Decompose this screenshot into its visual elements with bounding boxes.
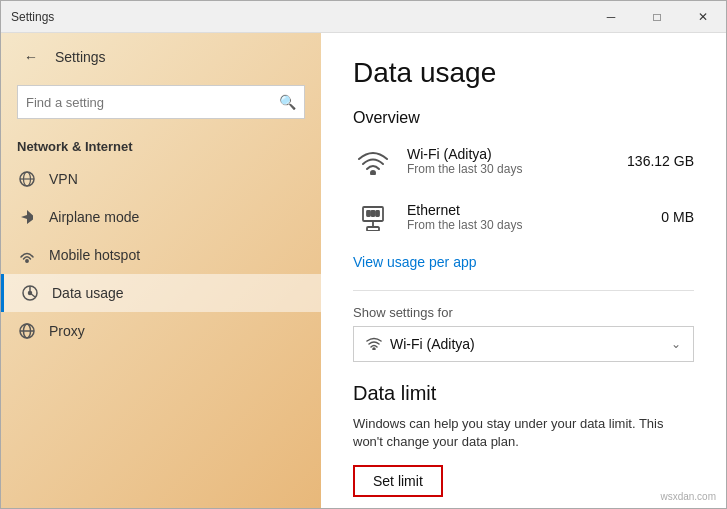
minimize-button[interactable]: ─ [588, 1, 634, 33]
ethernet-sub: From the last 30 days [407, 218, 647, 232]
sidebar-item-airplane-label: Airplane mode [49, 209, 139, 225]
ethernet-usage-info: Ethernet From the last 30 days [407, 202, 647, 232]
back-button[interactable]: ← [17, 43, 45, 71]
view-usage-link[interactable]: View usage per app [353, 254, 477, 270]
svg-rect-17 [376, 211, 379, 216]
sidebar-item-proxy[interactable]: Proxy [1, 312, 321, 350]
data-limit-title: Data limit [353, 382, 694, 405]
svg-point-7 [29, 292, 32, 295]
show-settings-label: Show settings for [353, 305, 694, 320]
page-title: Data usage [353, 57, 694, 89]
wifi-usage-info: Wi-Fi (Aditya) From the last 30 days [407, 146, 613, 176]
wifi-name: Wi-Fi (Aditya) [407, 146, 613, 162]
sidebar-section-title: Network & Internet [1, 131, 321, 160]
set-limit-button[interactable]: Set limit [353, 465, 443, 497]
hotspot-icon [17, 246, 37, 264]
sidebar-item-airplane[interactable]: Airplane mode [1, 198, 321, 236]
overview-section-title: Overview [353, 109, 694, 127]
maximize-button[interactable]: □ [634, 1, 680, 33]
sidebar-item-hotspot-label: Mobile hotspot [49, 247, 140, 263]
network-dropdown[interactable]: Wi-Fi (Aditya) ⌄ [353, 326, 694, 362]
sidebar-item-vpn[interactable]: VPN [1, 160, 321, 198]
search-input[interactable] [26, 95, 279, 110]
svg-rect-14 [367, 227, 379, 231]
data-limit-description: Windows can help you stay under your dat… [353, 415, 694, 451]
titlebar-title: Settings [11, 10, 54, 24]
wifi-usage-item: Wi-Fi (Aditya) From the last 30 days 136… [353, 141, 694, 181]
svg-rect-16 [372, 211, 375, 216]
wifi-icon [353, 141, 393, 181]
proxy-icon [17, 322, 37, 340]
watermark: wsxdan.com [660, 491, 716, 502]
ethernet-amount: 0 MB [661, 209, 694, 225]
sidebar-item-data-usage-label: Data usage [52, 285, 124, 301]
svg-point-3 [26, 260, 28, 262]
main-content: Data usage Overview Wi-Fi (Aditya) From … [321, 33, 726, 508]
wifi-sub: From the last 30 days [407, 162, 613, 176]
vpn-icon [17, 170, 37, 188]
ethernet-name: Ethernet [407, 202, 647, 218]
wifi-amount: 136.12 GB [627, 153, 694, 169]
sidebar-item-data-usage[interactable]: Data usage [1, 274, 321, 312]
sidebar-item-vpn-label: VPN [49, 171, 78, 187]
svg-rect-15 [367, 211, 370, 216]
titlebar-controls: ─ □ ✕ [588, 1, 726, 33]
close-button[interactable]: ✕ [680, 1, 726, 33]
titlebar-left: Settings [11, 10, 54, 24]
titlebar: Settings ─ □ ✕ [1, 1, 726, 33]
dropdown-text: Wi-Fi (Aditya) [390, 336, 671, 352]
divider [353, 290, 694, 291]
search-icon: 🔍 [279, 94, 296, 110]
sidebar-header: ← Settings [1, 33, 321, 81]
ethernet-usage-item: Ethernet From the last 30 days 0 MB [353, 197, 694, 237]
sidebar-app-title: Settings [55, 49, 106, 65]
data-usage-icon [20, 284, 40, 302]
dropdown-wifi-icon [366, 336, 382, 353]
sidebar: ← Settings 🔍 Network & Internet VPN [1, 33, 321, 508]
ethernet-icon [353, 197, 393, 237]
sidebar-item-proxy-label: Proxy [49, 323, 85, 339]
search-box[interactable]: 🔍 [17, 85, 305, 119]
airplane-icon [17, 208, 37, 226]
sidebar-item-hotspot[interactable]: Mobile hotspot [1, 236, 321, 274]
content-area: ← Settings 🔍 Network & Internet VPN [1, 33, 726, 508]
svg-point-18 [373, 348, 375, 350]
settings-window: Settings ─ □ ✕ ← Settings 🔍 Network & In… [0, 0, 727, 509]
svg-point-11 [371, 171, 375, 175]
chevron-down-icon: ⌄ [671, 337, 681, 351]
